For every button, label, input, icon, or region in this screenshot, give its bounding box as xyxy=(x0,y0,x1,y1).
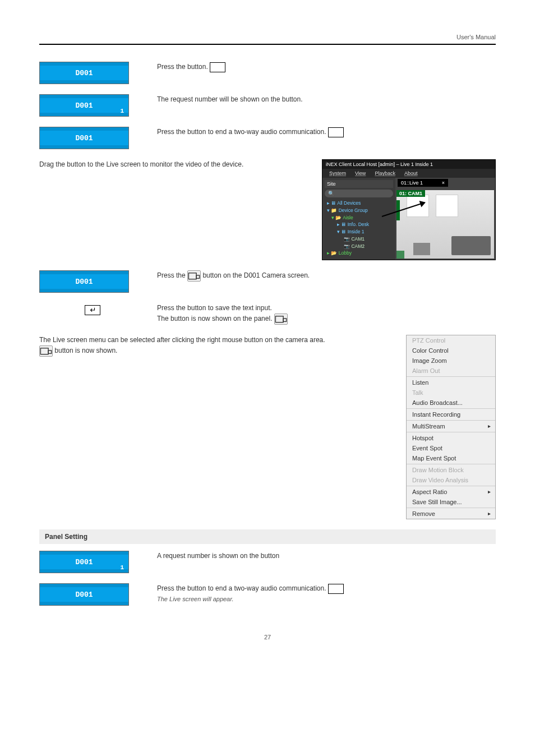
row-3: D001 Press the button to end a two-way a… xyxy=(39,127,496,149)
room-detail xyxy=(436,195,458,217)
panel-badge: 1 xyxy=(120,564,124,571)
blank-key-a[interactable] xyxy=(210,62,225,72)
panel-button-d001-e[interactable]: D001 1 xyxy=(39,551,129,573)
blank-key-b[interactable] xyxy=(328,127,344,137)
app-screenshot: iNEX Client Local Host [admin] – Live 1 … xyxy=(322,159,496,260)
camera-view[interactable]: 01: CAM1 xyxy=(396,190,494,259)
menu-about[interactable]: About xyxy=(404,170,418,176)
tree-cam1[interactable]: 📷 CAM1 xyxy=(325,236,393,243)
sidebar-title: Site xyxy=(325,180,393,188)
panel-badge: 1 xyxy=(120,108,124,114)
svg-rect-5 xyxy=(48,351,52,354)
tree-lobby[interactable]: ▸ 📂 Lobby xyxy=(325,250,393,257)
room-detail xyxy=(451,236,491,255)
ctx-save[interactable]: Save Still Image... xyxy=(407,497,495,507)
ctx-zoom[interactable]: Image Zoom xyxy=(407,356,495,366)
camera-panel-icon[interactable] xyxy=(187,270,201,282)
ctx-eventspot[interactable]: Event Spot xyxy=(407,443,495,453)
row6-text: A request number is shown on the button xyxy=(146,551,496,561)
row2-text: The request number will be shown on the … xyxy=(146,94,496,105)
ctx-listen[interactable]: Listen xyxy=(407,377,495,388)
ctx-talk[interactable]: Talk xyxy=(407,388,495,398)
menu-bar: System View Playback About xyxy=(322,169,495,178)
menu-view[interactable]: View xyxy=(355,170,366,176)
row1-text: Press the button. xyxy=(146,62,496,72)
row5-text: Press the button to save the text input.… xyxy=(146,303,496,325)
enter-key-icon[interactable] xyxy=(85,305,100,315)
camera-panel-icon[interactable] xyxy=(39,345,53,357)
row3-text: Press the button to end a two-way audio … xyxy=(146,127,496,137)
contextmenu-desc: The Live screen menu can be selected aft… xyxy=(39,335,393,357)
camera-strip xyxy=(396,251,404,259)
context-menu: PTZ Control Color Control Image Zoom Ala… xyxy=(406,335,496,519)
svg-rect-0 xyxy=(188,273,196,279)
close-icon[interactable]: × xyxy=(442,180,445,186)
row-2: D001 1 The request number will be shown … xyxy=(39,94,496,117)
live-tab[interactable]: 01::Live 1× xyxy=(398,179,448,187)
doc-header: User's Manual xyxy=(39,34,496,45)
tree-cam2[interactable]: 📷 CAM2 xyxy=(325,243,393,250)
section-panel-setting: Panel Setting xyxy=(39,529,496,544)
ctx-motion[interactable]: Draw Motion Block xyxy=(407,465,495,475)
live-pane: 01::Live 1× 01: CAM1 xyxy=(395,178,495,260)
row-5: Press the button to save the text input.… xyxy=(39,303,496,325)
panel-button-label: D001 xyxy=(75,278,93,286)
ctx-color[interactable]: Color Control xyxy=(407,345,495,356)
device-tree: ▸ 🖥 All Devices ▾ 📁 Device Group ▾ 📂 Ais… xyxy=(325,200,393,257)
blank-key-c[interactable] xyxy=(328,584,344,594)
row4-text: Press the button on the D001 Camera scre… xyxy=(146,270,496,282)
tree-all-devices[interactable]: ▸ 🖥 All Devices xyxy=(325,200,393,207)
ctx-mapeventspot[interactable]: Map Event Spot xyxy=(407,453,495,463)
screenshot-row: Drag the button to the Live screen to mo… xyxy=(39,159,496,260)
page-footer: 27 xyxy=(39,634,496,640)
doc-title: User's Manual xyxy=(456,34,496,40)
panel-button-label: D001 xyxy=(75,134,93,142)
ctx-audio[interactable]: Audio Broadcast... xyxy=(407,398,495,408)
sidebar: Site 🔍 ▸ 🖥 All Devices ▾ 📁 Device Group … xyxy=(322,178,395,260)
panel-button-d001-a[interactable]: D001 xyxy=(39,62,129,84)
panel-button-label: D001 xyxy=(75,558,93,566)
row7-text: Press the button to end a two-way audio … xyxy=(146,583,496,605)
ctx-aspect[interactable]: Aspect Ratio xyxy=(407,487,495,497)
ctx-hotspot[interactable]: Hotspot xyxy=(407,433,495,443)
ctx-ptz[interactable]: PTZ Control xyxy=(407,335,495,345)
row-4: D001 Press the button on the D001 Camera… xyxy=(39,270,496,293)
menu-playback[interactable]: Playback xyxy=(375,170,395,176)
screenshot-row-text: Drag the button to the Live screen to mo… xyxy=(39,159,308,260)
tree-device-group[interactable]: ▾ 📁 Device Group xyxy=(325,207,393,214)
ctx-analysis[interactable]: Draw Video Analysis xyxy=(407,475,495,485)
menu-system[interactable]: System xyxy=(329,170,346,176)
panel-button-d001-f[interactable]: D001 xyxy=(39,583,129,606)
contextmenu-row: The Live screen menu can be selected aft… xyxy=(39,335,496,519)
panel-button-label: D001 xyxy=(75,69,93,77)
svg-rect-3 xyxy=(283,319,287,322)
sidebar-search[interactable]: 🔍 xyxy=(325,190,393,197)
camera-panel-icon[interactable] xyxy=(274,314,288,325)
tree-info-desk[interactable]: ▸ 🖥 Info. Desk xyxy=(325,221,393,228)
row-1: D001 Press the button. xyxy=(39,62,496,84)
camera-label: 01: CAM1 xyxy=(396,190,425,197)
svg-rect-4 xyxy=(40,348,48,354)
svg-rect-2 xyxy=(275,316,283,322)
row-6: D001 1 A request number is shown on the … xyxy=(39,551,496,573)
room-detail xyxy=(413,243,430,255)
window-titlebar: iNEX Client Local Host [admin] – Live 1 … xyxy=(322,160,495,169)
ctx-instant[interactable]: Instant Recording xyxy=(407,409,495,420)
panel-button-label: D001 xyxy=(75,591,93,599)
room-detail xyxy=(407,195,429,217)
panel-button-label: D001 xyxy=(75,102,93,110)
tree-inside1[interactable]: ▾ 🖥 Inside 1 xyxy=(325,228,393,236)
panel-button-d001-d[interactable]: D001 xyxy=(39,270,129,293)
ctx-alarm[interactable]: Alarm Out xyxy=(407,366,495,376)
row-7: D001 Press the button to end a two-way a… xyxy=(39,583,496,606)
ctx-remove[interactable]: Remove xyxy=(407,509,495,519)
ctx-multistream[interactable]: MultiStream xyxy=(407,421,495,431)
panel-button-d001-c[interactable]: D001 xyxy=(39,127,129,149)
panel-button-d001-badge[interactable]: D001 1 xyxy=(39,94,129,117)
svg-rect-1 xyxy=(196,275,200,279)
